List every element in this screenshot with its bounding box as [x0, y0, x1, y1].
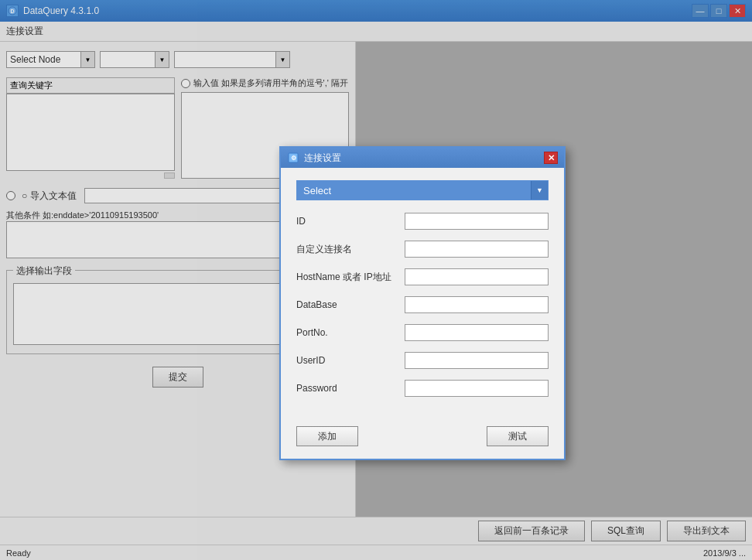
- modal-footer: 添加 测试: [281, 420, 564, 459]
- modal-overlay: ⚙ 连接设置 ✕ Select ▼ ID 自定义连接名 HostNa: [0, 0, 752, 560]
- modal-icon: ⚙: [287, 152, 299, 164]
- add-button[interactable]: 添加: [296, 426, 358, 446]
- modal-title: 连接设置: [304, 152, 544, 165]
- form-row-userid: UserID: [296, 352, 549, 369]
- field-label-hostname: HostName 或者 IP地址: [296, 271, 405, 284]
- field-input-id[interactable]: [405, 213, 549, 230]
- field-label-id: ID: [296, 216, 405, 227]
- form-row-custom-name: 自定义连接名: [296, 241, 549, 258]
- field-input-hostname[interactable]: [405, 268, 549, 285]
- field-label-custom-name: 自定义连接名: [296, 243, 405, 256]
- form-row-portno: PortNo.: [296, 324, 549, 341]
- field-label-database: DataBase: [296, 299, 405, 310]
- modal-close-button[interactable]: ✕: [544, 152, 558, 164]
- form-row-database: DataBase: [296, 296, 549, 313]
- field-input-portno[interactable]: [405, 324, 549, 341]
- test-button[interactable]: 测试: [487, 426, 549, 446]
- form-row-hostname: HostName 或者 IP地址: [296, 268, 549, 285]
- form-row-password: Password: [296, 380, 549, 397]
- form-row-id: ID: [296, 213, 549, 230]
- modal-body: Select ▼ ID 自定义连接名 HostName 或者 IP地址 Data…: [281, 168, 564, 420]
- field-label-userid: UserID: [296, 355, 405, 366]
- modal-select-arrow: ▼: [531, 181, 548, 200]
- field-input-custom-name[interactable]: [405, 241, 549, 258]
- field-input-userid[interactable]: [405, 352, 549, 369]
- field-input-password[interactable]: [405, 380, 549, 397]
- connection-dialog: ⚙ 连接设置 ✕ Select ▼ ID 自定义连接名 HostNa: [279, 146, 566, 460]
- modal-select-dropdown[interactable]: Select ▼: [296, 180, 549, 200]
- field-input-database[interactable]: [405, 296, 549, 313]
- modal-select-value: Select: [297, 185, 531, 196]
- modal-title-bar: ⚙ 连接设置 ✕: [281, 148, 564, 168]
- svg-text:⚙: ⚙: [291, 155, 296, 162]
- field-label-portno: PortNo.: [296, 327, 405, 338]
- field-label-password: Password: [296, 383, 405, 394]
